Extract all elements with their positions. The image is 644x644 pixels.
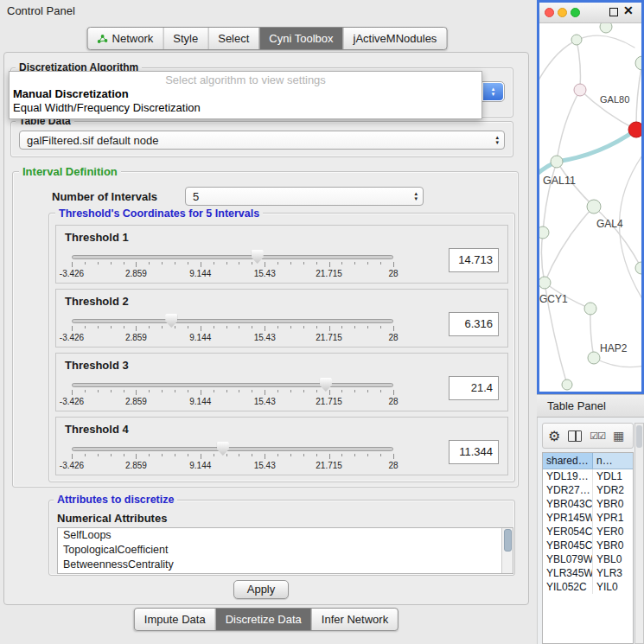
network-graph[interactable]: GAL80GAL11GAL4GCY1HAP2 (539, 23, 641, 392)
attribute-item[interactable]: TopologicalCoefficient (58, 543, 513, 558)
column-header[interactable]: n… (593, 453, 633, 469)
network-node-gal80[interactable] (574, 84, 586, 96)
tab-label: Style (173, 32, 198, 45)
network-edge[interactable] (594, 207, 641, 268)
tab-select[interactable]: Select (207, 28, 258, 49)
attribute-item[interactable]: SelfLoops (58, 528, 513, 543)
attribute-item[interactable]: BetweennessCentrality (58, 558, 513, 572)
network-edge[interactable] (557, 90, 580, 162)
tab-jactivemnodules[interactable]: jActiveMNodules (343, 28, 447, 49)
columns-icon[interactable] (568, 430, 582, 442)
table-cell: YER0 (593, 525, 633, 539)
network-edge[interactable] (594, 358, 641, 367)
network-edge[interactable] (539, 35, 634, 88)
network-edge[interactable] (590, 309, 594, 358)
table-row[interactable]: YIL052CYIL0 (543, 580, 633, 594)
network-node-nr1[interactable] (635, 56, 641, 70)
network-edge[interactable] (543, 162, 557, 233)
tab-label: Discretize Data (226, 613, 302, 626)
attributes-group-title: Attributes to discretize (54, 494, 177, 506)
dropdown-prompt: Select algorithm to view settings (10, 73, 481, 87)
spinner-down-icon: ▾ (492, 92, 495, 98)
mac-minimize-icon[interactable] (558, 8, 567, 17)
table-row[interactable]: YDR27…YDR2 (543, 483, 633, 497)
numerical-attributes-list[interactable]: SelfLoopsTopologicalCoefficientBetweenne… (57, 527, 513, 574)
select-columns-icon[interactable]: ☑☑ (590, 430, 605, 442)
table-panel-window: ⚙ ☑☑ ▦ shared…n… YDL19…YDL1YDR27…YDR2YBR… (537, 418, 644, 644)
network-node-hap2[interactable] (588, 352, 600, 364)
table-header-row: shared…n… (543, 453, 633, 469)
table-data-combobox[interactable]: galFiltered.sif default node ▴ ▾ (19, 131, 505, 150)
table-toolbar: ⚙ ☑☑ ▦ (542, 423, 634, 449)
scrollbar-thumb[interactable] (504, 529, 512, 552)
tab-label: jActiveMNodules (354, 32, 437, 45)
tab-network[interactable]: Network (88, 28, 163, 49)
control-panel-titlebar: Control Panel (0, 0, 534, 22)
table-panel-header: Table Panel (537, 394, 644, 418)
table-cell: YIL0 (593, 580, 633, 594)
number-of-intervals-combobox[interactable]: 5 ▴ ▾ (185, 187, 424, 206)
table-row[interactable]: YDL19…YDL1 (543, 469, 633, 483)
table-cell: YDL1 (593, 469, 633, 483)
network-node-gal11[interactable] (551, 156, 563, 168)
network-node-nl1[interactable] (539, 226, 549, 239)
node-label-gal80: GAL80 (600, 94, 629, 105)
dropdown-item[interactable]: Manual Discretization (10, 87, 481, 101)
network-node-gcy1[interactable] (539, 277, 551, 289)
network-canvas[interactable]: GAL80GAL11GAL4GCY1HAP2 (539, 23, 641, 392)
combobox-arrows-icon[interactable]: ▴ ▾ (483, 83, 503, 100)
network-edge[interactable] (636, 63, 641, 130)
table-cell: YER054C (543, 525, 593, 539)
network-node-nr2[interactable] (635, 262, 641, 274)
close-panel-icon[interactable]: ✕ (623, 3, 634, 17)
number-of-intervals-value: 5 (193, 188, 199, 206)
table-cell: YDR27… (543, 483, 593, 497)
gear-icon[interactable]: ⚙ (548, 428, 560, 444)
thresholds-group (48, 213, 515, 482)
table-grid-icon[interactable]: ▦ (613, 429, 624, 443)
table-cell: YBR0 (593, 539, 633, 552)
network-edge[interactable] (577, 40, 580, 90)
network-node-red[interactable] (628, 122, 641, 137)
table-cell: YLR345W (543, 566, 593, 580)
network-edge[interactable] (541, 233, 545, 283)
tab-infer-network[interactable]: Infer Network (311, 609, 398, 630)
table-row[interactable]: YBL079WYBL0 (543, 552, 633, 566)
node-label-gal11: GAL11 (543, 175, 576, 187)
tab-label: Infer Network (322, 613, 388, 626)
tab-discretize-data[interactable]: Discretize Data (215, 609, 311, 630)
tab-style[interactable]: Style (163, 28, 207, 49)
mac-close-icon[interactable] (545, 8, 554, 17)
attributes-list-scrollbar[interactable] (501, 528, 513, 573)
network-icon (98, 34, 108, 44)
network-edge[interactable] (557, 130, 636, 162)
mac-zoom-icon[interactable] (571, 8, 580, 17)
combobox-arrows-icon: ▴ ▾ (414, 191, 418, 201)
table-row[interactable]: YPR145WYPR1 (543, 511, 633, 525)
bottom-tab-bar: Impute DataDiscretize DataInfer Network (134, 608, 399, 631)
float-panel-icon[interactable] (609, 8, 618, 16)
table-row[interactable]: YER054CYER0 (543, 525, 633, 539)
tab-cyni-toolbox[interactable]: Cyni Toolbox (258, 28, 342, 49)
column-header[interactable]: shared… (543, 453, 593, 469)
apply-button[interactable]: Apply (233, 580, 289, 599)
network-node-nb1[interactable] (562, 379, 572, 390)
network-node-nm2[interactable] (584, 303, 596, 315)
table-cell: YPR1 (593, 511, 633, 525)
tab-impute-data[interactable]: Impute Data (135, 609, 215, 630)
table-row[interactable]: YBR043CYBR0 (543, 497, 633, 511)
tab-label: Network (112, 32, 154, 45)
table-scrollbar[interactable] (634, 423, 644, 644)
tab-label: Impute Data (144, 613, 206, 626)
dropdown-item[interactable]: Equal Width/Frequency Discretization (10, 101, 481, 115)
scrollbar-thumb[interactable] (636, 425, 642, 448)
table-row[interactable]: YBR045CYBR0 (543, 539, 633, 552)
node-table: shared…n… YDL19…YDL1YDR27…YDR2YBR043CYBR… (542, 452, 634, 644)
network-edge[interactable] (545, 207, 594, 283)
network-node-n2[interactable] (600, 23, 612, 33)
spinner-down-icon: ▾ (414, 196, 418, 201)
network-node-n1[interactable] (571, 35, 582, 45)
table-data-value: galFiltered.sif default node (27, 131, 158, 150)
table-row[interactable]: YLR345WYLR3 (543, 566, 633, 580)
network-node-gal4[interactable] (587, 200, 601, 214)
